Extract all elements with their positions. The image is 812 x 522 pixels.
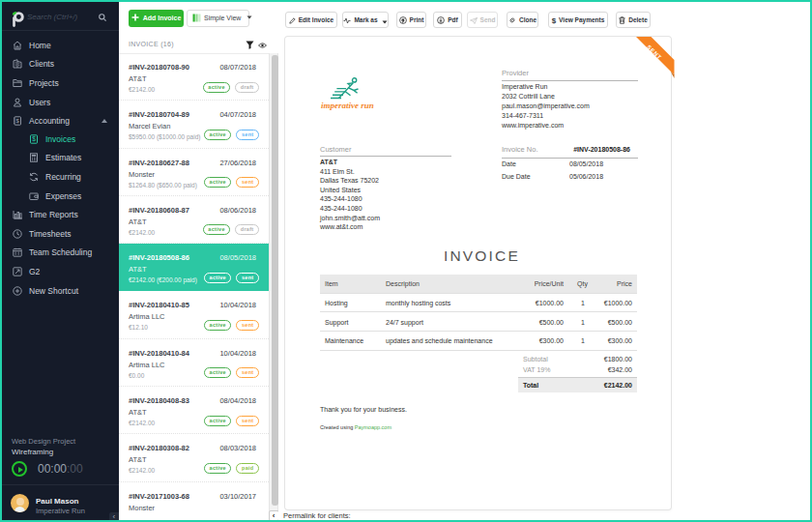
svg-text:$: $	[32, 135, 36, 142]
svg-text:$: $	[16, 118, 20, 124]
